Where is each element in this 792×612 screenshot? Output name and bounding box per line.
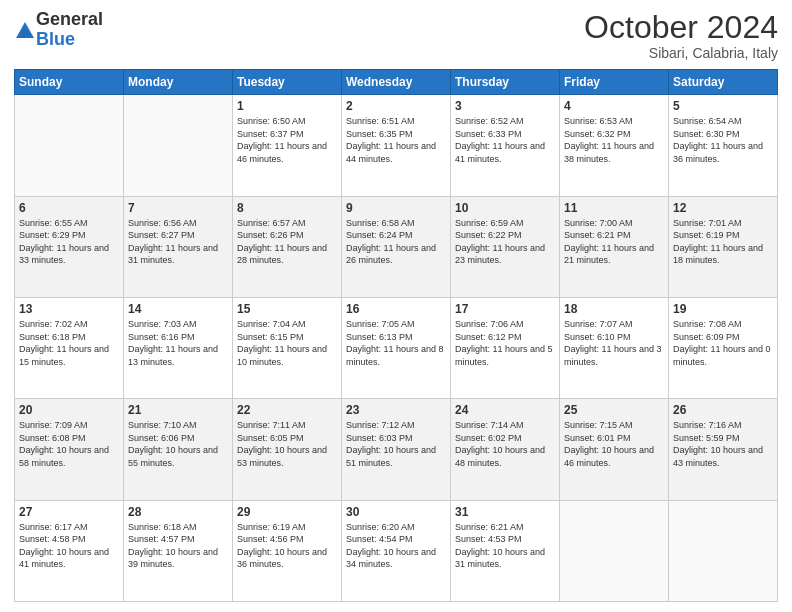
table-row: 8Sunrise: 6:57 AMSunset: 6:26 PMDaylight… — [233, 196, 342, 297]
day-number: 14 — [128, 302, 228, 316]
logo-general-text: General — [36, 10, 103, 30]
day-info: Sunrise: 6:54 AMSunset: 6:30 PMDaylight:… — [673, 115, 773, 165]
sunrise-time: Sunrise: 6:19 AM — [237, 522, 306, 532]
day-number: 5 — [673, 99, 773, 113]
table-row — [669, 500, 778, 601]
daylight-hours: Daylight: 11 hours and 0 minutes. — [673, 344, 771, 367]
day-info: Sunrise: 6:58 AMSunset: 6:24 PMDaylight:… — [346, 217, 446, 267]
table-row: 2Sunrise: 6:51 AMSunset: 6:35 PMDaylight… — [342, 95, 451, 196]
daylight-hours: Daylight: 11 hours and 5 minutes. — [455, 344, 553, 367]
table-row: 6Sunrise: 6:55 AMSunset: 6:29 PMDaylight… — [15, 196, 124, 297]
daylight-hours: Daylight: 11 hours and 38 minutes. — [564, 141, 654, 164]
sunset-time: Sunset: 6:08 PM — [19, 433, 86, 443]
day-info: Sunrise: 6:50 AMSunset: 6:37 PMDaylight:… — [237, 115, 337, 165]
day-info: Sunrise: 7:04 AMSunset: 6:15 PMDaylight:… — [237, 318, 337, 368]
daylight-hours: Daylight: 11 hours and 28 minutes. — [237, 243, 327, 266]
daylight-hours: Daylight: 10 hours and 51 minutes. — [346, 445, 436, 468]
title-block: October 2024 Sibari, Calabria, Italy — [584, 10, 778, 61]
logo-blue-text: Blue — [36, 30, 103, 50]
header-tuesday: Tuesday — [233, 70, 342, 95]
sunset-time: Sunset: 6:33 PM — [455, 129, 522, 139]
day-info: Sunrise: 6:17 AMSunset: 4:58 PMDaylight:… — [19, 521, 119, 571]
day-number: 20 — [19, 403, 119, 417]
day-info: Sunrise: 7:03 AMSunset: 6:16 PMDaylight:… — [128, 318, 228, 368]
day-info: Sunrise: 7:16 AMSunset: 5:59 PMDaylight:… — [673, 419, 773, 469]
daylight-hours: Daylight: 11 hours and 10 minutes. — [237, 344, 327, 367]
table-row: 13Sunrise: 7:02 AMSunset: 6:18 PMDayligh… — [15, 297, 124, 398]
daylight-hours: Daylight: 11 hours and 26 minutes. — [346, 243, 436, 266]
daylight-hours: Daylight: 11 hours and 46 minutes. — [237, 141, 327, 164]
sunrise-time: Sunrise: 7:08 AM — [673, 319, 742, 329]
sunset-time: Sunset: 4:53 PM — [455, 534, 522, 544]
header-sunday: Sunday — [15, 70, 124, 95]
table-row: 27Sunrise: 6:17 AMSunset: 4:58 PMDayligh… — [15, 500, 124, 601]
day-number: 16 — [346, 302, 446, 316]
page: General Blue October 2024 Sibari, Calabr… — [0, 0, 792, 612]
sunset-time: Sunset: 5:59 PM — [673, 433, 740, 443]
location-subtitle: Sibari, Calabria, Italy — [584, 45, 778, 61]
sunrise-time: Sunrise: 7:05 AM — [346, 319, 415, 329]
table-row: 7Sunrise: 6:56 AMSunset: 6:27 PMDaylight… — [124, 196, 233, 297]
table-row: 31Sunrise: 6:21 AMSunset: 4:53 PMDayligh… — [451, 500, 560, 601]
sunset-time: Sunset: 6:18 PM — [19, 332, 86, 342]
sunrise-time: Sunrise: 7:02 AM — [19, 319, 88, 329]
sunrise-time: Sunrise: 7:15 AM — [564, 420, 633, 430]
table-row: 18Sunrise: 7:07 AMSunset: 6:10 PMDayligh… — [560, 297, 669, 398]
logo: General Blue — [14, 10, 103, 50]
daylight-hours: Daylight: 10 hours and 39 minutes. — [128, 547, 218, 570]
day-info: Sunrise: 6:20 AMSunset: 4:54 PMDaylight:… — [346, 521, 446, 571]
sunset-time: Sunset: 6:13 PM — [346, 332, 413, 342]
day-number: 28 — [128, 505, 228, 519]
day-info: Sunrise: 6:52 AMSunset: 6:33 PMDaylight:… — [455, 115, 555, 165]
sunset-time: Sunset: 6:06 PM — [128, 433, 195, 443]
sunset-time: Sunset: 6:12 PM — [455, 332, 522, 342]
day-info: Sunrise: 7:08 AMSunset: 6:09 PMDaylight:… — [673, 318, 773, 368]
sunset-time: Sunset: 6:09 PM — [673, 332, 740, 342]
sunrise-time: Sunrise: 6:57 AM — [237, 218, 306, 228]
day-number: 13 — [19, 302, 119, 316]
day-number: 24 — [455, 403, 555, 417]
sunset-time: Sunset: 6:26 PM — [237, 230, 304, 240]
daylight-hours: Daylight: 11 hours and 8 minutes. — [346, 344, 444, 367]
table-row: 14Sunrise: 7:03 AMSunset: 6:16 PMDayligh… — [124, 297, 233, 398]
day-info: Sunrise: 6:57 AMSunset: 6:26 PMDaylight:… — [237, 217, 337, 267]
day-info: Sunrise: 7:01 AMSunset: 6:19 PMDaylight:… — [673, 217, 773, 267]
calendar-week-row: 13Sunrise: 7:02 AMSunset: 6:18 PMDayligh… — [15, 297, 778, 398]
day-info: Sunrise: 7:15 AMSunset: 6:01 PMDaylight:… — [564, 419, 664, 469]
table-row: 15Sunrise: 7:04 AMSunset: 6:15 PMDayligh… — [233, 297, 342, 398]
calendar-week-row: 20Sunrise: 7:09 AMSunset: 6:08 PMDayligh… — [15, 399, 778, 500]
calendar-header-row: Sunday Monday Tuesday Wednesday Thursday… — [15, 70, 778, 95]
table-row: 17Sunrise: 7:06 AMSunset: 6:12 PMDayligh… — [451, 297, 560, 398]
daylight-hours: Daylight: 10 hours and 43 minutes. — [673, 445, 763, 468]
sunset-time: Sunset: 6:21 PM — [564, 230, 631, 240]
calendar-week-row: 1Sunrise: 6:50 AMSunset: 6:37 PMDaylight… — [15, 95, 778, 196]
day-number: 31 — [455, 505, 555, 519]
sunset-time: Sunset: 6:01 PM — [564, 433, 631, 443]
sunset-time: Sunset: 6:37 PM — [237, 129, 304, 139]
sunset-time: Sunset: 6:15 PM — [237, 332, 304, 342]
day-number: 15 — [237, 302, 337, 316]
daylight-hours: Daylight: 11 hours and 18 minutes. — [673, 243, 763, 266]
day-info: Sunrise: 6:21 AMSunset: 4:53 PMDaylight:… — [455, 521, 555, 571]
table-row: 19Sunrise: 7:08 AMSunset: 6:09 PMDayligh… — [669, 297, 778, 398]
sunrise-time: Sunrise: 7:07 AM — [564, 319, 633, 329]
sunrise-time: Sunrise: 6:54 AM — [673, 116, 742, 126]
sunset-time: Sunset: 6:02 PM — [455, 433, 522, 443]
sunrise-time: Sunrise: 7:00 AM — [564, 218, 633, 228]
calendar-week-row: 27Sunrise: 6:17 AMSunset: 4:58 PMDayligh… — [15, 500, 778, 601]
daylight-hours: Daylight: 11 hours and 21 minutes. — [564, 243, 654, 266]
table-row: 11Sunrise: 7:00 AMSunset: 6:21 PMDayligh… — [560, 196, 669, 297]
day-info: Sunrise: 7:05 AMSunset: 6:13 PMDaylight:… — [346, 318, 446, 368]
day-info: Sunrise: 6:59 AMSunset: 6:22 PMDaylight:… — [455, 217, 555, 267]
daylight-hours: Daylight: 11 hours and 31 minutes. — [128, 243, 218, 266]
daylight-hours: Daylight: 11 hours and 13 minutes. — [128, 344, 218, 367]
daylight-hours: Daylight: 11 hours and 41 minutes. — [455, 141, 545, 164]
table-row: 30Sunrise: 6:20 AMSunset: 4:54 PMDayligh… — [342, 500, 451, 601]
sunrise-time: Sunrise: 7:04 AM — [237, 319, 306, 329]
day-number: 26 — [673, 403, 773, 417]
sunset-time: Sunset: 6:29 PM — [19, 230, 86, 240]
day-number: 17 — [455, 302, 555, 316]
daylight-hours: Daylight: 10 hours and 41 minutes. — [19, 547, 109, 570]
day-info: Sunrise: 7:07 AMSunset: 6:10 PMDaylight:… — [564, 318, 664, 368]
table-row: 21Sunrise: 7:10 AMSunset: 6:06 PMDayligh… — [124, 399, 233, 500]
